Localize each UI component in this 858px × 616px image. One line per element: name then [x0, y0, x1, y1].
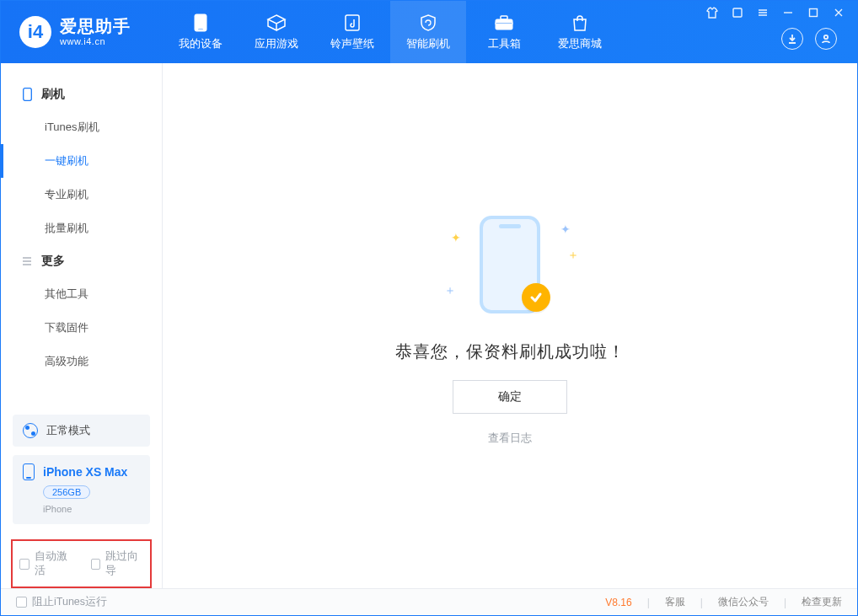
- success-illustration: ✦ ✦ ＋ ＋: [426, 206, 594, 324]
- sidebar-spacer: [1, 378, 162, 406]
- svg-rect-1: [198, 29, 203, 30]
- bag-icon: [570, 13, 590, 32]
- spark-icon: ＋: [567, 248, 579, 263]
- phone-icon: [190, 13, 211, 32]
- sidebar-item-batch-flash[interactable]: 批量刷机: [1, 212, 162, 245]
- sidebar-group-flash: 刷机: [1, 78, 162, 110]
- minimize-icon[interactable]: [781, 6, 795, 19]
- nav-toolbox[interactable]: 工具箱: [466, 1, 542, 63]
- auto-activate-checkbox[interactable]: 自动激活: [19, 549, 72, 578]
- status-mode-label: 正常模式: [46, 423, 90, 438]
- logo-area: i4 爱思助手 www.i4.cn: [1, 1, 163, 63]
- settings-icon[interactable]: [731, 6, 744, 19]
- body: 刷机 iTunes刷机 一键刷机 专业刷机 批量刷机 更多 其他工具 下载固件 …: [1, 63, 857, 588]
- tshirt-icon[interactable]: [705, 6, 719, 19]
- group-title: 更多: [41, 254, 65, 269]
- view-log-link[interactable]: 查看日志: [488, 431, 532, 446]
- nav-my-device[interactable]: 我的设备: [163, 1, 239, 63]
- main-panel: ✦ ✦ ＋ ＋ 恭喜您，保资料刷机成功啦！ 确定 查看日志: [163, 63, 857, 588]
- skip-guide-checkbox[interactable]: 跳过向导: [91, 549, 144, 578]
- separator: |: [647, 597, 650, 608]
- toolbox-icon: [494, 13, 514, 32]
- checkbox-icon: [19, 559, 29, 570]
- footer-link-wechat[interactable]: 微信公众号: [718, 595, 769, 609]
- svg-rect-2: [346, 15, 359, 30]
- nav-label: 我的设备: [179, 37, 223, 51]
- titlebar: i4 爱思助手 www.i4.cn 我的设备 应用游戏 铃声壁纸 智能刷机: [1, 1, 857, 63]
- sidebar-item-advanced[interactable]: 高级功能: [1, 345, 162, 378]
- status-mode-card[interactable]: 正常模式: [13, 415, 150, 447]
- device-card[interactable]: iPhone XS Max 256GB iPhone: [13, 455, 150, 524]
- top-nav: 我的设备 应用游戏 铃声壁纸 智能刷机 工具箱 爱思商城: [163, 1, 618, 63]
- svg-rect-6: [733, 8, 742, 17]
- close-icon[interactable]: [832, 6, 845, 19]
- cube-icon: [266, 13, 287, 32]
- maximize-icon[interactable]: [807, 6, 820, 19]
- footer-link-support[interactable]: 客服: [665, 595, 685, 609]
- checkbox-icon: [91, 559, 101, 570]
- titlebar-round-buttons: [781, 28, 857, 50]
- success-check-icon: [522, 283, 550, 312]
- menu-icon[interactable]: [756, 6, 770, 19]
- separator: |: [700, 597, 703, 608]
- spark-icon: ＋: [444, 283, 456, 298]
- app-logo-icon: i4: [19, 16, 51, 48]
- confirm-button[interactable]: 确定: [453, 380, 567, 414]
- device-type: iPhone: [43, 504, 72, 514]
- download-button[interactable]: [781, 28, 803, 50]
- app-url: www.i4.cn: [60, 36, 131, 47]
- group-title: 刷机: [41, 87, 65, 102]
- sidebar-item-itunes-flash[interactable]: iTunes刷机: [1, 110, 162, 144]
- nav-label: 应用游戏: [255, 37, 298, 51]
- flash-options-highlight: 自动激活 跳过向导: [11, 539, 152, 588]
- nav-ringtones[interactable]: 铃声壁纸: [314, 1, 390, 63]
- nav-apps-games[interactable]: 应用游戏: [239, 1, 314, 63]
- separator: |: [784, 597, 786, 608]
- svg-point-8: [824, 35, 828, 39]
- titlebar-right: [705, 1, 857, 50]
- checkbox-label: 阻止iTunes运行: [32, 595, 107, 609]
- account-button[interactable]: [815, 28, 837, 50]
- checkbox-label: 跳过向导: [105, 549, 143, 578]
- list-icon: [21, 256, 33, 266]
- window-controls: [705, 1, 857, 19]
- statusbar: 阻止iTunes运行 V8.16 | 客服 | 微信公众号 | 检查更新: [1, 588, 857, 615]
- logo-text: 爱思助手 www.i4.cn: [60, 17, 131, 47]
- checkbox-label: 自动激活: [35, 549, 72, 578]
- nav-label: 爱思商城: [558, 37, 602, 51]
- nav-smart-flash[interactable]: 智能刷机: [390, 1, 466, 63]
- app-window: i4 爱思助手 www.i4.cn 我的设备 应用游戏 铃声壁纸 智能刷机: [0, 0, 858, 616]
- sidebar: 刷机 iTunes刷机 一键刷机 专业刷机 批量刷机 更多 其他工具 下载固件 …: [1, 63, 163, 588]
- svg-rect-7: [810, 9, 818, 17]
- shield-refresh-icon: [418, 13, 438, 32]
- sidebar-item-other-tools[interactable]: 其他工具: [1, 277, 162, 311]
- mode-icon: [23, 423, 38, 438]
- device-name: iPhone XS Max: [43, 465, 127, 479]
- success-message: 恭喜您，保资料刷机成功啦！: [395, 340, 625, 363]
- svg-rect-9: [23, 88, 31, 101]
- checkbox-icon: [16, 597, 27, 608]
- block-itunes-checkbox[interactable]: 阻止iTunes运行: [16, 595, 107, 609]
- nav-label: 铃声壁纸: [330, 37, 374, 51]
- device-storage: 256GB: [43, 485, 90, 499]
- nav-label: 智能刷机: [406, 37, 450, 51]
- version-label: V8.16: [605, 597, 631, 608]
- sidebar-item-oneclick-flash[interactable]: 一键刷机: [1, 144, 162, 178]
- sidebar-item-download-firmware[interactable]: 下载固件: [1, 311, 162, 345]
- spark-icon: ✦: [451, 231, 461, 244]
- nav-store[interactable]: 爱思商城: [542, 1, 618, 63]
- svg-rect-4: [501, 16, 507, 19]
- footer-link-update[interactable]: 检查更新: [802, 595, 842, 609]
- sidebar-item-pro-flash[interactable]: 专业刷机: [1, 178, 162, 212]
- device-icon: [23, 463, 35, 480]
- nav-label: 工具箱: [488, 37, 521, 51]
- app-name: 爱思助手: [60, 17, 131, 36]
- sidebar-group-more: 更多: [1, 245, 162, 277]
- spark-icon: ✦: [560, 222, 571, 236]
- device-small-icon: [21, 88, 33, 101]
- music-file-icon: [342, 13, 362, 32]
- svg-rect-5: [496, 23, 512, 24]
